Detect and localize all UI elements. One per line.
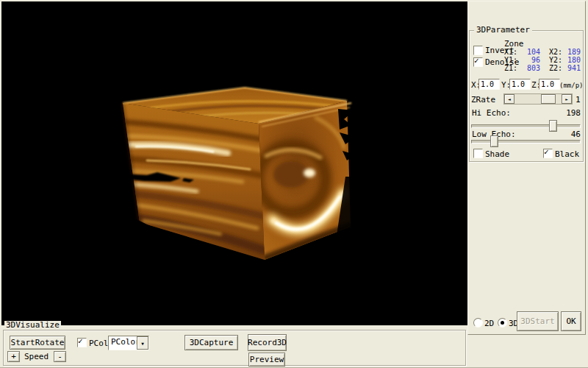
control-panel: 3DParameter Invert Denoise Zone X1: 104 … — [467, 0, 588, 368]
pcolor-dropdown[interactable]: PColor ▼ — [108, 336, 149, 350]
parameter-group-title: 3DParameter — [474, 26, 532, 35]
preview-button[interactable]: Preview — [248, 353, 285, 367]
pcolor-dropdown-value: PColor — [111, 337, 140, 347]
scale-y-field[interactable] — [509, 79, 531, 90]
chevron-down-icon[interactable]: ▼ — [137, 336, 148, 350]
parameter-groupbox: 3DParameter Invert Denoise Zone X1: 104 … — [469, 30, 584, 162]
ok-button[interactable]: OK — [561, 311, 581, 331]
visualize-group-title: 3DVisualize — [4, 321, 61, 330]
mode-3d-radio[interactable] — [498, 318, 507, 328]
hi-echo-value: 198 — [558, 109, 581, 118]
zrate-scrollbar[interactable]: ◄ ► — [503, 93, 573, 105]
ultrasound-volume-rendering — [1, 1, 467, 325]
shade-checkbox[interactable] — [473, 149, 483, 158]
capture-button[interactable]: 3DCapture — [184, 335, 238, 350]
invert-checkbox[interactable] — [473, 46, 483, 55]
render-viewport[interactable] — [1, 1, 467, 325]
pcolor-checkbox[interactable] — [77, 338, 87, 347]
scale-x-field[interactable] — [478, 79, 500, 90]
zrate-left-arrow-icon[interactable]: ◄ — [504, 94, 514, 104]
speed-plus-button[interactable]: + — [7, 351, 20, 362]
zrate-scrollbar-thumb[interactable] — [541, 94, 556, 104]
hi-echo-slider-track[interactable] — [471, 124, 581, 128]
shade-label: Shade — [485, 150, 509, 159]
scale-unit-label: (mm/p) — [559, 81, 584, 90]
hi-echo-label: Hi Echo: — [472, 109, 511, 118]
low-echo-slider-track[interactable] — [471, 140, 581, 144]
denoise-checkbox[interactable] — [473, 57, 483, 67]
start3d-button[interactable]: 3DStart — [517, 311, 559, 331]
record-button[interactable]: Record3D — [248, 334, 287, 351]
zone-z2-value: 941 — [559, 64, 581, 73]
mode-2d-radio[interactable] — [473, 318, 483, 328]
start-rotate-button[interactable]: StartRotate — [10, 336, 65, 350]
zrate-label: ZRate — [471, 96, 495, 105]
low-echo-slider-thumb[interactable] — [490, 135, 498, 147]
zrate-value: 1 — [576, 96, 581, 105]
mode-2d-label: 2D — [484, 319, 494, 328]
black-checkbox[interactable] — [543, 149, 553, 158]
black-label: Black — [555, 150, 579, 159]
low-echo-slider[interactable] — [471, 135, 581, 146]
zrate-right-arrow-icon[interactable]: ► — [562, 94, 572, 104]
scale-z-field[interactable] — [539, 79, 560, 90]
visualize-bar: 3DVisualize StartRotate + Speed - PColor… — [1, 325, 467, 367]
hi-echo-slider-thumb[interactable] — [549, 120, 557, 132]
speed-minus-button[interactable]: - — [54, 351, 66, 362]
speed-label: Speed — [24, 353, 49, 361]
zone-z1-value: 803 — [515, 64, 540, 73]
